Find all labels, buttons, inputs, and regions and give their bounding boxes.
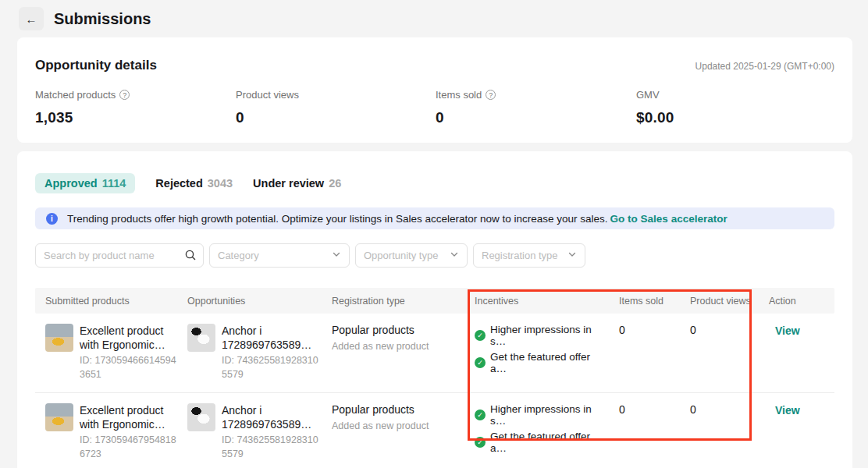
tab-label: Under review xyxy=(253,177,324,190)
table-row: Excellent product with Ergonomic… ID: 17… xyxy=(35,393,834,468)
registration-type-dropdown[interactable]: Registration type xyxy=(473,243,585,268)
column-header-submitted-products: Submitted products xyxy=(35,296,177,307)
tab-count: 26 xyxy=(329,177,341,190)
opportunity-id: ID: 7436255819283105579 xyxy=(222,353,322,381)
sales-accelerator-link[interactable]: Go to Sales accelerator xyxy=(610,213,727,225)
column-header-action: Action xyxy=(751,296,834,307)
updated-timestamp: Updated 2025-01-29 (GMT+0:00) xyxy=(695,61,834,72)
opportunity-details-card: Opportunity details Updated 2025-01-29 (… xyxy=(17,37,852,143)
incentive-item: ✓ Get the featured offer a… xyxy=(475,351,609,374)
tabs: Approved 1114 Rejected 3043 Under review… xyxy=(35,151,834,193)
opportunity-cell: Anchor i 1728969763589… ID: 743625581928… xyxy=(177,403,322,461)
check-circle-icon: ✓ xyxy=(475,437,486,448)
column-header-opportunities: Opportunities xyxy=(177,296,322,307)
stat-value: 0 xyxy=(236,109,436,126)
tab-label: Approved xyxy=(44,177,98,190)
column-header-items-sold: Items sold xyxy=(609,296,680,307)
back-button[interactable]: ← xyxy=(19,7,44,30)
opportunity-thumbnail xyxy=(187,403,215,431)
registration-type-cell: Popular products Added as new product xyxy=(322,324,464,352)
table-header-row: Submitted products Opportunities Registr… xyxy=(35,288,834,314)
stat-value: 0 xyxy=(436,109,636,126)
submissions-card: Approved 1114 Rejected 3043 Under review… xyxy=(17,151,852,468)
opportunity-id: ID: 7436255819283105579 xyxy=(222,433,322,461)
submissions-table: Submitted products Opportunities Registr… xyxy=(35,288,834,468)
dropdown-label: Opportunity type xyxy=(364,250,438,261)
filter-bar: Category Opportunity type Registration t… xyxy=(35,243,834,268)
column-header-registration-type: Registration type xyxy=(322,296,464,307)
view-link[interactable]: View xyxy=(775,324,800,337)
info-banner: i Trending products offer high growth po… xyxy=(35,207,834,229)
tab-count: 3043 xyxy=(208,177,233,190)
banner-text: Trending products offer high growth pote… xyxy=(67,213,727,225)
check-circle-icon: ✓ xyxy=(475,410,486,420)
stat-product-views: Product views 0 xyxy=(236,89,436,126)
tab-rejected[interactable]: Rejected 3043 xyxy=(155,177,233,190)
help-icon[interactable]: ? xyxy=(119,90,130,100)
incentives-cell: ✓ Higher impressions in s… ✓ Get the fea… xyxy=(464,403,609,458)
stat-label: Items sold xyxy=(436,89,482,101)
product-name: Excellent product with Ergonomic… xyxy=(80,403,177,431)
submitted-product-cell: Excellent product with Ergonomic… ID: 17… xyxy=(35,324,177,381)
stat-value: $0.00 xyxy=(636,109,834,126)
chevron-down-icon xyxy=(332,250,341,261)
opportunity-details-header: Opportunity details Updated 2025-01-29 (… xyxy=(35,58,834,73)
table-row: Excellent product with Ergonomic… ID: 17… xyxy=(35,314,834,393)
product-id: ID: 1730594679548186723 xyxy=(80,433,177,461)
opportunity-cell: Anchor i 1728969763589… ID: 743625581928… xyxy=(177,324,322,381)
topbar: ← Submissions xyxy=(0,0,868,37)
column-header-product-views: Product views xyxy=(680,296,751,307)
tab-count: 1114 xyxy=(102,177,126,190)
product-views-value: 0 xyxy=(680,324,751,336)
stat-items-sold: Items sold ? 0 xyxy=(436,89,636,126)
stat-label: Matched products xyxy=(35,89,116,101)
dropdown-label: Category xyxy=(218,250,259,261)
product-id: ID: 1730594666145943651 xyxy=(80,353,177,381)
registration-subtype: Added as new product xyxy=(332,420,464,431)
incentive-text: Get the featured offer a… xyxy=(490,351,609,374)
registration-type-cell: Popular products Added as new product xyxy=(322,403,464,431)
check-circle-icon: ✓ xyxy=(475,357,486,368)
chevron-down-icon xyxy=(450,250,459,261)
dropdown-label: Registration type xyxy=(482,250,558,261)
tab-under-review[interactable]: Under review 26 xyxy=(253,177,341,190)
submitted-product-cell: Excellent product with Ergonomic… ID: 17… xyxy=(35,403,177,461)
opportunity-thumbnail xyxy=(187,324,215,352)
opportunity-details-title: Opportunity details xyxy=(35,58,157,73)
stat-gmv: GMV $0.00 xyxy=(636,89,834,126)
view-link[interactable]: View xyxy=(775,404,800,417)
incentive-item: ✓ Higher impressions in s… xyxy=(475,324,609,347)
column-header-incentives: Incentives xyxy=(464,296,609,307)
opportunity-name: Anchor i 1728969763589… xyxy=(222,324,320,352)
info-icon: i xyxy=(46,213,58,225)
incentive-text: Higher impressions in s… xyxy=(490,403,609,427)
chevron-down-icon xyxy=(567,250,577,261)
stats-row: Matched products ? 1,035 Product views 0… xyxy=(35,89,834,126)
incentives-cell: ✓ Higher impressions in s… ✓ Get the fea… xyxy=(464,324,609,378)
incentive-item: ✓ Higher impressions in s… xyxy=(475,403,609,427)
action-cell: View xyxy=(751,324,834,338)
check-circle-icon: ✓ xyxy=(475,330,486,341)
tab-approved[interactable]: Approved 1114 xyxy=(35,173,135,193)
incentive-text: Get the featured offer a… xyxy=(490,431,609,454)
product-views-value: 0 xyxy=(680,403,751,416)
category-dropdown[interactable]: Category xyxy=(209,243,350,268)
opportunity-name: Anchor i 1728969763589… xyxy=(222,403,320,431)
registration-type-value: Popular products xyxy=(332,324,464,336)
incentive-item: ✓ Get the featured offer a… xyxy=(475,431,609,454)
arrow-left-icon: ← xyxy=(26,12,37,26)
search-icon[interactable] xyxy=(184,249,197,264)
registration-type-value: Popular products xyxy=(332,403,464,416)
stat-matched-products: Matched products ? 1,035 xyxy=(35,89,236,126)
help-icon[interactable]: ? xyxy=(486,90,496,100)
incentive-text: Higher impressions in s… xyxy=(490,324,609,347)
stat-label: Product views xyxy=(236,89,299,101)
product-name: Excellent product with Ergonomic… xyxy=(80,324,177,352)
product-thumbnail xyxy=(45,324,73,352)
opportunity-type-dropdown[interactable]: Opportunity type xyxy=(355,243,468,268)
registration-subtype: Added as new product xyxy=(332,341,464,352)
action-cell: View xyxy=(751,403,834,417)
page-title: Submissions xyxy=(54,10,151,28)
search-box xyxy=(35,243,204,268)
search-input[interactable] xyxy=(35,243,204,268)
